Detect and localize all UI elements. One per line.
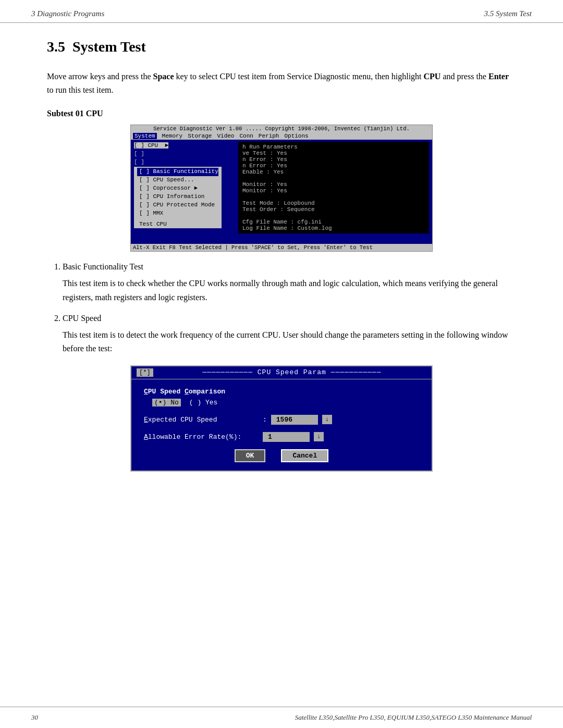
rp-mon2: Monitor : Yes <box>242 188 425 194</box>
intro-paragraph: Move arrow keys and press the Space key … <box>47 70 516 96</box>
rp-spacer1 <box>242 175 425 181</box>
footer-text: Satellite L350,Satellite Pro L350, EQUIU… <box>295 713 532 722</box>
footer-page-num: 30 <box>31 713 38 722</box>
expected-row: Expected CPU Speed : 1596 ↓ <box>144 415 419 425</box>
cpu-speed-dialog-container: [*] ─────────── CPU Speed Param ────────… <box>130 365 433 472</box>
terminal-screenshot: Service Diagnostic Ver 1.00 ..... Copyri… <box>130 125 433 252</box>
menu-memory: Memory <box>162 133 183 139</box>
menu-video: Video <box>217 133 234 139</box>
comparison-label: CPU Speed Comparison <box>144 388 419 396</box>
page-footer: 30 Satellite L350,Satellite Pro L350, EQ… <box>0 707 563 728</box>
cpu-speed-dialog: [*] ─────────── CPU Speed Param ────────… <box>130 365 433 472</box>
allowable-label: Allowable Error Rate(%): <box>144 433 259 441</box>
radio-no[interactable]: (•) No <box>152 399 181 406</box>
numbered-list: Basic Functionality Test This test item … <box>63 262 516 356</box>
rp-ne1: n Error : Yes <box>242 156 425 163</box>
submenu-protected: [ ] CPU Protected Mode <box>137 201 218 209</box>
list-item-2: CPU Speed This test item is to detect th… <box>63 314 516 356</box>
rp-testmode: Test Mode : Loopbound <box>242 200 425 206</box>
list-item-2-desc: This test item is to detect the work fre… <box>63 328 516 356</box>
list-item-1-desc: This test item is to check whether the C… <box>63 277 516 304</box>
term-row-empty1: [ ] <box>134 150 238 158</box>
terminal-right-panel: h Run Parameters ve Test : Yes n Error :… <box>238 142 429 233</box>
dialog-title: ─────────── CPU Speed Param ─────────── <box>157 368 426 376</box>
comparison-underline: C <box>144 388 148 396</box>
radio-row: (•) No ( ) Yes <box>152 399 419 406</box>
term-row-cpu: [ ] CPU ► <box>134 142 238 150</box>
rp-enable: Enable : Yes <box>242 169 425 175</box>
rp-ve: ve Test : Yes <box>242 150 425 156</box>
terminal-footer: Alt-X Exit F8 Test Selected | Press 'SPA… <box>131 244 432 251</box>
submenu-mmx: [ ] MMX <box>137 209 218 218</box>
section-title: 3.5 System Test <box>47 39 516 55</box>
header-right: 3.5 System Test <box>484 9 532 18</box>
expected-value[interactable]: 1596 <box>271 415 318 425</box>
menu-storage: Storage <box>188 133 212 139</box>
ok-button[interactable]: OK <box>235 449 266 462</box>
menu-options: Options <box>284 133 308 139</box>
rp-logfile: Log File Name : Custom.log <box>242 225 425 231</box>
main-content: 3.5 System Test Move arrow keys and pres… <box>0 23 563 505</box>
allowable-row: Allowable Error Rate(%): 1 ↓ <box>144 432 419 442</box>
expected-arrow[interactable]: ↓ <box>322 415 332 424</box>
submenu-speed: [ ] CPU Speed... <box>137 176 218 184</box>
dialog-corner-box: [*] <box>137 368 153 377</box>
rp-spacer2 <box>242 194 425 200</box>
rp-mon1: Monitor : Yes <box>242 181 425 188</box>
header-left: 3 Diagnostic Programs <box>31 9 104 18</box>
terminal-body: [ ] CPU ► [ ] [ ] [ ] Basic Functionalit… <box>131 140 432 244</box>
expected-label: Expected CPU Speed <box>144 416 259 424</box>
rp-spacer3 <box>242 213 425 219</box>
comparison-underline2: C <box>185 388 189 396</box>
page-header: 3 Diagnostic Programs 3.5 System Test <box>0 0 563 23</box>
list-item-1-title: Basic Functionality Test <box>63 262 143 271</box>
radio-yes[interactable]: ( ) Yes <box>189 399 218 406</box>
dialog-button-row: OK Cancel <box>144 449 419 462</box>
term-row-empty2: [ ] <box>134 158 238 167</box>
rp-cfgfile: Cfg File Name : cfg.ini <box>242 219 425 225</box>
terminal-header-line: Service Diagnostic Ver 1.00 ..... Copyri… <box>131 125 432 132</box>
list-item-2-title: CPU Speed <box>63 314 101 323</box>
terminal-menubar: System Memory Storage Video Conn Periph … <box>131 132 432 140</box>
allowable-arrow[interactable]: ↓ <box>314 432 324 441</box>
submenu-info: [ ] CPU Information <box>137 193 218 201</box>
dialog-titlebar: [*] ─────────── CPU Speed Param ────────… <box>131 366 432 379</box>
terminal-submenu: [ ] Basic Functionality [ ] CPU Speed...… <box>134 167 222 228</box>
menu-periph: Periph <box>259 133 279 139</box>
menu-system: System <box>133 133 157 139</box>
subtest-heading: Subtest 01 CPU <box>47 109 516 118</box>
rp-ne2: n Error : Yes <box>242 163 425 169</box>
allowable-value[interactable]: 1 <box>263 432 310 442</box>
expected-colon: : <box>263 416 267 424</box>
menu-conn: Conn <box>239 133 253 139</box>
rp-testorder: Test Order : Sequence <box>242 206 425 213</box>
submenu-basic: [ ] Basic Functionality <box>137 168 218 176</box>
submenu-coprocessor: [ ] Coprocessor ► <box>137 184 218 193</box>
bold-cpu: CPU <box>424 72 441 81</box>
bold-enter: Enter <box>488 72 509 81</box>
cancel-button[interactable]: Cancel <box>281 449 328 462</box>
list-item-1: Basic Functionality Test This test item … <box>63 262 516 304</box>
test-cpu-label: Test CPU <box>137 221 218 227</box>
dialog-body: CPU Speed Comparison (•) No ( ) Yes Expe… <box>131 379 432 471</box>
rp-title: h Run Parameters <box>242 144 425 150</box>
bold-space: Space <box>153 72 174 81</box>
